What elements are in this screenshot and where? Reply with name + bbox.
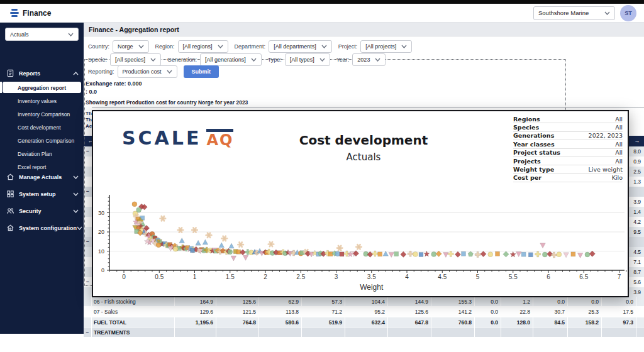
filter-select-value: [All types] <box>290 57 314 63</box>
filter-select[interactable]: [All generations] <box>200 53 262 66</box>
table-cell-value: 17.5 <box>602 307 636 317</box>
table-cell-value: 113.8 <box>259 307 302 317</box>
table-cell-value: 97.3 <box>602 317 636 327</box>
filter-select[interactable]: [All departments] <box>269 40 332 53</box>
filter-select-value: [All generations] <box>205 57 246 63</box>
company-select[interactable]: Southshore Marine <box>533 6 615 20</box>
sidebar-section-reports[interactable]: Reports <box>0 67 84 80</box>
table-row: FUEL TOTAL1,195.6764.8580.6519.9632.4647… <box>84 317 644 327</box>
filter-select[interactable]: [All projects] <box>360 40 412 53</box>
reporting-select[interactable]: Production cost <box>118 65 177 78</box>
data-point <box>231 256 236 261</box>
appbar-right: Southshore Marine ST <box>533 5 636 21</box>
sidebar-item-inventory-comparison[interactable]: Inventory Comparison <box>0 107 84 121</box>
row-collapse-button[interactable]: − <box>84 187 92 197</box>
table-cell-value <box>568 327 602 338</box>
table-cell-value: 30.7 <box>533 307 568 317</box>
sidebar-item-cost-development[interactable]: Cost development <box>0 121 84 134</box>
data-point <box>408 251 413 256</box>
data-point <box>173 246 178 251</box>
data-point <box>436 251 441 256</box>
table-row-label: TREATMENTS <box>92 327 175 338</box>
filter-select[interactable]: [All types] <box>285 53 330 66</box>
data-point <box>462 251 466 256</box>
report-parameters: RegionsAllSpeciesAllGenerations2022, 202… <box>513 115 623 182</box>
home-gear-icon <box>6 224 14 232</box>
parameter-row: Project statusAll <box>513 149 623 157</box>
submit-button[interactable]: Submit <box>184 65 219 78</box>
sidebar-section-security[interactable]: Security <box>0 204 84 217</box>
filter-select[interactable]: Norge <box>113 40 149 53</box>
data-point <box>328 252 333 256</box>
data-point <box>552 252 557 258</box>
sidebar-section-label: Manage Actuals <box>19 174 62 180</box>
row-collapse-button[interactable]: − <box>84 146 92 157</box>
filter-select[interactable]: [All regions] <box>178 40 228 53</box>
parameter-row: RegionsAll <box>513 115 623 123</box>
chevron-down-icon <box>68 33 74 36</box>
mode-select-value: Actuals <box>10 31 29 38</box>
y-tick-label: 10 <box>98 248 104 255</box>
row-collapse-button[interactable]: − <box>84 327 92 338</box>
parameter-label: Generations <box>513 132 554 139</box>
filter-department: Department:[All departments] <box>235 40 332 53</box>
data-point <box>156 243 161 248</box>
filter-select[interactable]: 2023 <box>352 53 386 66</box>
table-cell-value: 125.6 <box>388 307 431 317</box>
company-select-value: Southshore Marine <box>538 9 589 16</box>
filter-row-1: Country:NorgeRegion:[All regions]Departm… <box>88 40 635 53</box>
sidebar-item-deviation-plan[interactable]: Deviation Plan <box>0 147 84 160</box>
filter-select[interactable]: [All species] <box>110 53 161 66</box>
table-cell-partial: 3.9 <box>629 197 644 207</box>
x-axis-title: Weight <box>360 283 384 292</box>
sidebar-item-generation-comparison[interactable]: Generation Comparison <box>0 134 84 147</box>
filter-project: Project:[All projects] <box>338 40 413 53</box>
sidebar-item-label: Generation Comparison <box>18 138 74 144</box>
data-point <box>589 251 595 256</box>
row-collapse-button[interactable]: − <box>84 237 92 247</box>
parameter-value: 2022, 2023 <box>589 132 623 139</box>
parameter-label: Cost per <box>513 174 541 181</box>
x-tick-label: 2 <box>264 273 267 280</box>
avatar[interactable]: ST <box>620 5 636 21</box>
table-cell-value <box>602 327 636 338</box>
filter-select-value: Norge <box>118 43 133 50</box>
scroll-right-button[interactable]: → <box>632 137 642 145</box>
chevron-down-icon <box>401 45 407 48</box>
table-row-label: 06 - Fish stocking <box>92 297 175 307</box>
sidebar-section-system-configuration[interactable]: System configuration <box>0 221 84 234</box>
chevron-down-icon <box>138 45 144 48</box>
sidebar-item-aggregation-report[interactable]: Aggregation report <box>0 81 84 94</box>
chevron-down-icon <box>375 58 380 62</box>
parameter-label: Regions <box>513 116 540 123</box>
row-collapse-button[interactable]: − <box>84 277 92 287</box>
report-table-left-sliver: −−−− <box>84 146 92 297</box>
table-row-edge <box>84 287 92 297</box>
chevron-down-icon <box>150 58 156 62</box>
table-cell-value: 0.0 <box>533 297 568 307</box>
mode-select[interactable]: Actuals <box>5 28 79 41</box>
parameter-row: Generations2022, 2023 <box>513 132 623 140</box>
sidebar-section-manage-actuals[interactable]: Manage Actuals <box>0 170 84 184</box>
table-cell-value: 0.0 <box>475 307 501 317</box>
modal-subtitle: Actuals <box>219 151 508 163</box>
x-tick-label: 1 <box>193 273 197 280</box>
data-point <box>521 252 526 256</box>
table-row-edge <box>84 197 92 207</box>
scaleaq-logo: SCALE AQ <box>122 129 233 148</box>
filter-specie: Specie:[All species] <box>88 53 161 66</box>
app-window: Finance Southshore Marine ST Actuals Rep… <box>0 0 644 352</box>
table-row-edge <box>84 167 92 177</box>
sidebar-section-system-setup[interactable]: System setup <box>0 187 84 201</box>
data-point <box>228 250 233 255</box>
data-point <box>540 243 546 248</box>
x-tick-label: 0.5 <box>155 273 164 280</box>
data-point <box>577 253 583 258</box>
sidebar-item-inventory-values[interactable]: Inventory values <box>0 94 84 107</box>
table-cell-value <box>431 327 475 338</box>
data-point <box>542 252 547 257</box>
table-cell-value: 0.0 <box>475 297 501 307</box>
data-point <box>557 252 562 257</box>
table-cell-value: 22.8 <box>501 307 533 317</box>
table-cell-value <box>216 327 259 338</box>
